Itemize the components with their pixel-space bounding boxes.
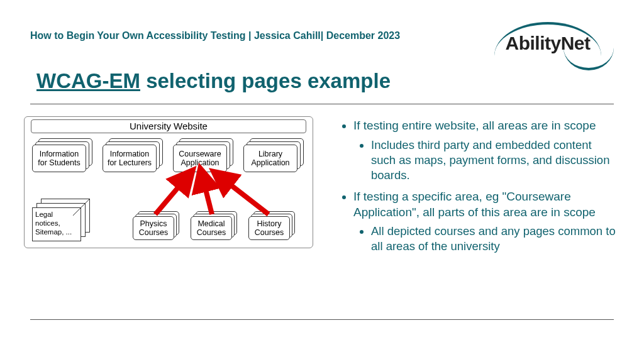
header-breadcrumb: How to Begin Your Own Accessibility Test… (30, 30, 400, 41)
card-info-lecturers: Information for Lecturers (103, 145, 157, 172)
svg-line-2 (221, 177, 269, 214)
card-courseware: Courseware Application (173, 145, 227, 172)
bullet-1: If testing entire website, all areas are… (353, 118, 616, 183)
abilitynet-logo: AbilityNet (482, 19, 614, 57)
slide-title: WCAG-EM selecting pages example (36, 69, 391, 93)
card-info-students: Information for Students (32, 145, 86, 172)
wcag-em-link[interactable]: WCAG-EM (36, 69, 140, 92)
card-history: History Courses (248, 216, 290, 240)
bullet-1-text: If testing entire website, all areas are… (353, 119, 596, 132)
university-website-box: University Website (31, 119, 306, 133)
divider-top (30, 104, 614, 104)
bullet-2-text: If testing a specific area, eg "Coursewa… (353, 190, 596, 219)
legal-label: Legal notices, Sitemap, ... (35, 211, 72, 236)
card-legal: Legal notices, Sitemap, ... (32, 207, 81, 241)
card-medical: Medical Courses (191, 216, 232, 240)
bullet-1a: Includes third party and embedded conten… (371, 138, 616, 183)
divider-bottom (30, 319, 614, 320)
site-structure-diagram: University Website Information for Stude… (24, 116, 313, 248)
bullet-list: If testing entire website, all areas are… (340, 118, 616, 260)
bullet-2: If testing a specific area, eg "Coursewa… (353, 189, 616, 254)
card-physics: Physics Courses (133, 216, 174, 240)
title-rest: selecting pages example (140, 69, 391, 92)
svg-line-0 (155, 177, 187, 214)
card-library: Library Application (243, 145, 297, 172)
bullet-2a: All depicted courses and any pages commo… (371, 224, 616, 254)
svg-line-1 (203, 177, 212, 214)
